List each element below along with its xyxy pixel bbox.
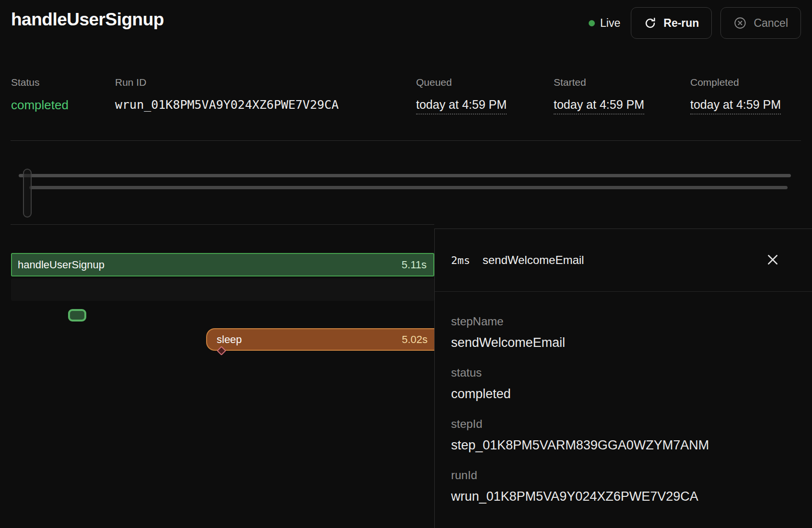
span-sleep-label: sleep xyxy=(217,333,242,346)
span-sleep-duration: 5.02s xyxy=(402,333,428,346)
live-label: Live xyxy=(600,17,620,30)
minimap-track-sleep xyxy=(29,186,788,189)
meta-run-id: Run ID wrun_01K8PM5VA9Y024XZ6PWE7V29CA xyxy=(115,77,339,112)
field-value: wrun_01K8PM5VA9Y024XZ6PWE7V29CA xyxy=(451,489,796,504)
field-label: status xyxy=(451,366,796,379)
cancel-button[interactable]: Cancel xyxy=(720,7,801,39)
meta-started: Started today at 4:59 PM xyxy=(554,77,644,115)
run-id-label: Run ID xyxy=(115,77,339,88)
header-divider xyxy=(11,140,801,141)
live-dot-icon xyxy=(589,20,595,26)
page-title: handleUserSignup xyxy=(11,10,164,30)
span-root-duration: 5.11s xyxy=(402,259,427,271)
cancel-circle-x-icon xyxy=(733,16,747,30)
meta-status: Status completed xyxy=(11,77,69,113)
cancel-label: Cancel xyxy=(754,17,788,30)
span-root-label: handleUserSignup xyxy=(18,259,104,271)
minimap-track-root xyxy=(19,174,791,177)
refresh-icon xyxy=(644,17,657,30)
step-marker-pill[interactable] xyxy=(68,309,86,321)
field-value: sendWelcomeEmail xyxy=(451,335,796,350)
field-label: stepId xyxy=(451,417,796,431)
panel-header: 2ms sendWelcomeEmail xyxy=(435,229,812,292)
field-value: step_01K8PM5VARM839GGA0WZYM7ANM xyxy=(451,438,796,453)
field-label: stepName xyxy=(451,315,796,328)
panel-step-duration: 2ms xyxy=(451,254,470,266)
queued-label: Queued xyxy=(416,77,507,88)
span-bar-sleep[interactable]: sleep 5.02s xyxy=(206,328,434,351)
timeline-divider xyxy=(11,224,434,225)
field-run-id: runId wrun_01K8PM5VA9Y024XZ6PWE7V29CA xyxy=(451,469,796,504)
completed-value[interactable]: today at 4:59 PM xyxy=(690,98,781,115)
rerun-button[interactable]: Re-run xyxy=(631,7,712,39)
minimap-scrub-handle[interactable] xyxy=(23,169,32,218)
selected-row-highlight xyxy=(11,278,434,301)
step-details-panel: 2ms sendWelcomeEmail stepName sendWelcom… xyxy=(434,229,812,528)
completed-label: Completed xyxy=(690,77,781,88)
field-step-name: stepName sendWelcomeEmail xyxy=(451,315,796,350)
meta-queued: Queued today at 4:59 PM xyxy=(416,77,507,115)
started-value[interactable]: today at 4:59 PM xyxy=(554,98,644,115)
meta-completed: Completed today at 4:59 PM xyxy=(690,77,781,115)
close-icon xyxy=(766,253,780,268)
panel-step-title: sendWelcomeEmail xyxy=(483,253,584,267)
run-detail-page: handleUserSignup Live Re-run Cancel xyxy=(0,0,812,528)
field-value: completed xyxy=(451,387,796,402)
field-status: status completed xyxy=(451,366,796,402)
status-value: completed xyxy=(11,98,69,113)
header-actions: Live Re-run Cancel xyxy=(589,7,801,39)
close-button[interactable] xyxy=(763,251,782,270)
live-indicator: Live xyxy=(589,17,620,30)
field-step-id: stepId step_01K8PM5VARM839GGA0WZYM7ANM xyxy=(451,417,796,453)
status-label: Status xyxy=(11,77,69,88)
span-bar-root[interactable]: handleUserSignup 5.11s xyxy=(11,253,434,276)
field-label: runId xyxy=(451,469,796,482)
panel-body: stepName sendWelcomeEmail status complet… xyxy=(435,292,812,504)
run-id-value: wrun_01K8PM5VA9Y024XZ6PWE7V29CA xyxy=(115,98,339,112)
started-label: Started xyxy=(554,77,644,88)
queued-value[interactable]: today at 4:59 PM xyxy=(416,98,507,115)
rerun-label: Re-run xyxy=(663,17,699,30)
